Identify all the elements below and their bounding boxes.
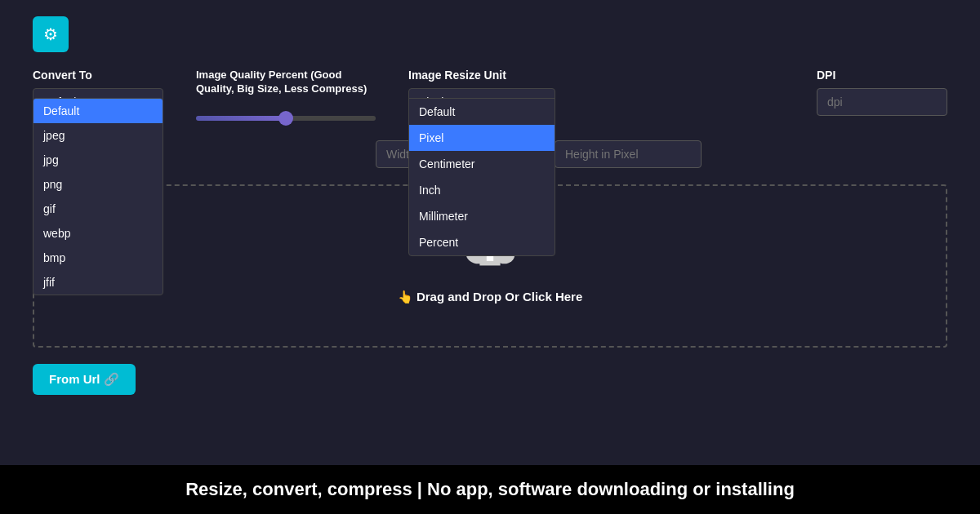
unit-item-pixel[interactable]: Pixel [409, 125, 555, 151]
dropdown-item-gif[interactable]: gif [33, 197, 163, 221]
main-container: ⚙ Convert To Default ▼ Default jpeg jpg … [0, 0, 980, 465]
drag-drop-text: 👆 Drag and Drop Or Click Here [398, 290, 583, 304]
dropdown-item-jpg[interactable]: jpg [33, 148, 163, 172]
dropdown-item-default[interactable]: Default [33, 99, 163, 123]
quality-slider[interactable] [196, 116, 376, 121]
convert-to-dropdown: Default jpeg jpg png gif webp bmp jfif [33, 98, 163, 295]
gear-icon: ⚙ [43, 24, 58, 44]
svg-rect-5 [479, 261, 500, 266]
dpi-label: DPI [817, 69, 947, 82]
convert-to-group: Convert To Default ▼ Default jpeg jpg pn… [33, 69, 163, 116]
gear-button[interactable]: ⚙ [33, 16, 69, 52]
unit-item-centimeter[interactable]: Centimeter [409, 151, 555, 177]
dpi-group: DPI [817, 69, 947, 116]
dropdown-item-jfif[interactable]: jfif [33, 270, 163, 295]
dropdown-item-jpeg[interactable]: jpeg [33, 123, 163, 148]
footer-banner: Resize, convert, compress | No app, soft… [0, 465, 980, 514]
quality-group: Image Quality Percent (Good Quality, Big… [196, 69, 376, 124]
unit-item-millimeter[interactable]: Millimeter [409, 203, 555, 229]
from-url-button[interactable]: From Url 🔗 [33, 364, 136, 395]
quality-label: Image Quality Percent (Good Quality, Big… [196, 69, 376, 96]
height-input[interactable] [555, 140, 702, 168]
resize-unit-group: Image Resize Unit Pixel ▼ Default Pixel … [408, 69, 572, 116]
controls-row: Convert To Default ▼ Default jpeg jpg pn… [33, 69, 947, 124]
quality-slider-wrapper [196, 109, 376, 124]
dpi-input[interactable] [817, 88, 947, 116]
convert-to-label: Convert To [33, 69, 163, 82]
unit-item-inch[interactable]: Inch [409, 177, 555, 203]
unit-dropdown: Default Pixel Centimeter Inch Millimeter… [408, 98, 555, 256]
unit-item-default[interactable]: Default [409, 99, 555, 125]
from-url-label: From Url 🔗 [49, 372, 119, 387]
footer-text: Resize, convert, compress | No app, soft… [185, 479, 795, 500]
dropdown-item-webp[interactable]: webp [33, 221, 163, 246]
unit-item-percent[interactable]: Percent [409, 229, 555, 255]
resize-unit-label: Image Resize Unit [408, 69, 572, 82]
dropdown-item-bmp[interactable]: bmp [33, 246, 163, 270]
dropdown-item-png[interactable]: png [33, 172, 163, 197]
